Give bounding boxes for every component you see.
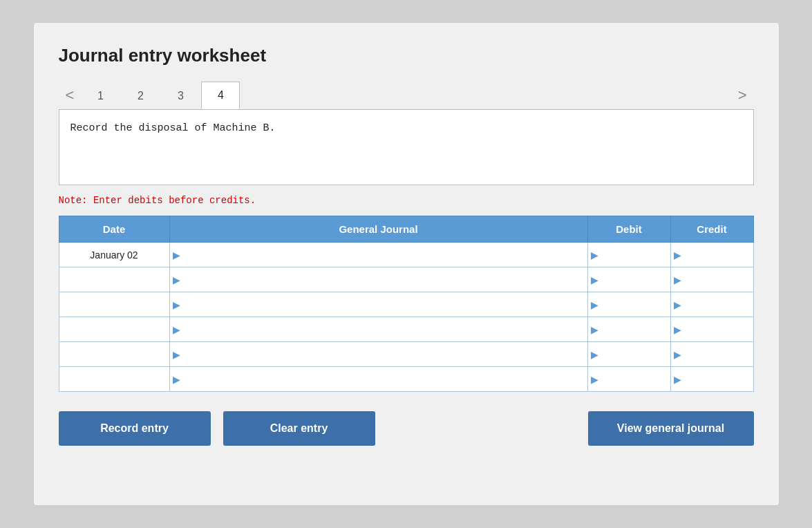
journal-cell-2[interactable]: ▶ [169, 292, 587, 317]
debit-arrow-2: ▶ [588, 299, 598, 310]
debit-cell-2[interactable]: ▶ [587, 292, 670, 317]
debit-cell-3[interactable]: ▶ [587, 317, 670, 342]
credit-cell-3[interactable]: ▶ [670, 317, 753, 342]
table-row: ▶▶▶ [59, 292, 753, 317]
journal-input-1[interactable] [180, 268, 587, 292]
journal-arrow-4: ▶ [170, 349, 180, 360]
debit-cell-1[interactable]: ▶ [587, 267, 670, 292]
clear-entry-button[interactable]: Clear entry [223, 411, 375, 446]
credit-cell-1[interactable]: ▶ [670, 267, 753, 292]
journal-arrow-1: ▶ [170, 274, 180, 285]
page-title: Journal entry worksheet [59, 45, 754, 66]
credit-arrow-3: ▶ [671, 324, 681, 335]
tab-3[interactable]: 3 [161, 82, 200, 109]
credit-arrow-5: ▶ [671, 374, 681, 385]
journal-cell-5[interactable]: ▶ [169, 367, 587, 392]
date-cell-2 [59, 292, 169, 317]
debit-arrow-3: ▶ [588, 324, 598, 335]
credit-input-5[interactable] [681, 368, 753, 391]
credit-input-4[interactable] [681, 343, 753, 366]
table-row: ▶▶▶ [59, 367, 753, 392]
journal-arrow-5: ▶ [170, 374, 180, 385]
debit-input-1[interactable] [598, 268, 670, 292]
table-row: January 02▶▶▶ [59, 243, 753, 267]
date-cell-3 [59, 317, 169, 342]
credit-input-1[interactable] [681, 268, 753, 292]
debit-arrow-5: ▶ [588, 374, 598, 385]
debit-input-3[interactable] [598, 318, 670, 341]
debit-input-0[interactable] [598, 243, 670, 267]
credit-cell-0[interactable]: ▶ [670, 243, 753, 267]
debit-input-5[interactable] [598, 368, 670, 391]
note-text: Note: Enter debits before credits. [59, 195, 754, 206]
debit-arrow-1: ▶ [588, 274, 598, 285]
credit-cell-5[interactable]: ▶ [670, 367, 753, 392]
debit-cell-4[interactable]: ▶ [587, 342, 670, 367]
date-cell-5 [59, 367, 169, 392]
journal-cell-4[interactable]: ▶ [169, 342, 587, 367]
date-cell-1 [59, 267, 169, 292]
table-row: ▶▶▶ [59, 342, 753, 367]
description-text: Record the disposal of Machine B. [70, 122, 276, 134]
table-row: ▶▶▶ [59, 317, 753, 342]
credit-input-2[interactable] [681, 293, 753, 317]
journal-input-3[interactable] [180, 318, 587, 341]
date-cell-0: January 02 [59, 243, 169, 267]
journal-cell-1[interactable]: ▶ [169, 267, 587, 292]
journal-arrow-3: ▶ [170, 324, 180, 335]
journal-cell-0[interactable]: ▶ [169, 243, 587, 267]
debit-cell-0[interactable]: ▶ [587, 243, 670, 267]
debit-input-4[interactable] [598, 343, 670, 366]
tab-4[interactable]: 4 [201, 82, 240, 109]
credit-cell-2[interactable]: ▶ [670, 292, 753, 317]
header-credit: Credit [670, 216, 753, 243]
credit-cell-4[interactable]: ▶ [670, 342, 753, 367]
journal-arrow-2: ▶ [170, 299, 180, 310]
journal-input-4[interactable] [180, 343, 587, 366]
journal-input-2[interactable] [180, 293, 587, 317]
view-general-journal-button[interactable]: View general journal [588, 411, 754, 446]
journal-input-0[interactable] [180, 243, 587, 267]
header-date: Date [59, 216, 169, 243]
debit-input-2[interactable] [598, 293, 670, 317]
tab-1[interactable]: 1 [81, 82, 120, 109]
description-box: Record the disposal of Machine B. [59, 109, 754, 185]
debit-arrow-4: ▶ [588, 349, 598, 360]
credit-input-3[interactable] [681, 318, 753, 341]
tabs-row: < 1 2 3 4 > [59, 82, 754, 109]
next-arrow[interactable]: > [731, 82, 754, 109]
credit-input-0[interactable] [681, 243, 753, 267]
debit-arrow-0: ▶ [588, 249, 598, 261]
credit-arrow-1: ▶ [671, 274, 681, 285]
header-debit: Debit [587, 216, 670, 243]
date-cell-4 [59, 342, 169, 367]
prev-arrow[interactable]: < [59, 82, 82, 109]
credit-arrow-4: ▶ [671, 349, 681, 360]
journal-input-5[interactable] [180, 368, 587, 391]
worksheet-container: Journal entry worksheet < 1 2 3 4 > Reco… [33, 22, 780, 506]
journal-table: Date General Journal Debit Credit Januar… [59, 216, 754, 392]
header-journal: General Journal [169, 216, 587, 243]
record-entry-button[interactable]: Record entry [59, 411, 211, 446]
buttons-row: Record entry Clear entry View general jo… [59, 411, 754, 446]
journal-arrow-0: ▶ [170, 249, 180, 261]
debit-cell-5[interactable]: ▶ [587, 367, 670, 392]
credit-arrow-0: ▶ [671, 249, 681, 261]
credit-arrow-2: ▶ [671, 299, 681, 310]
table-row: ▶▶▶ [59, 267, 753, 292]
journal-cell-3[interactable]: ▶ [169, 317, 587, 342]
tab-2[interactable]: 2 [121, 82, 160, 109]
